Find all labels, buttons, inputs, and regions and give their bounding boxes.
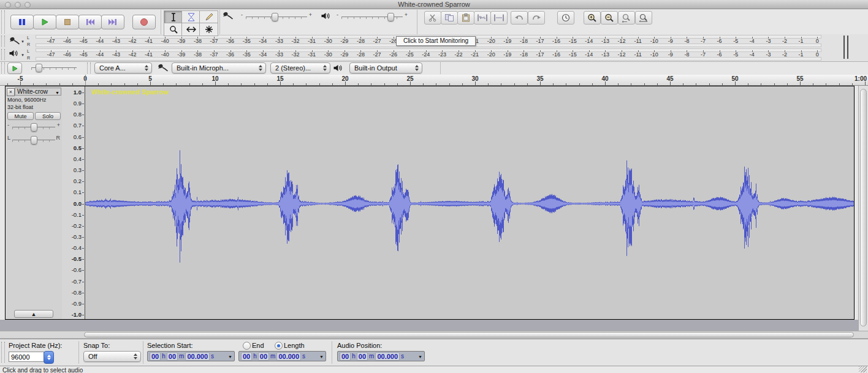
window-zoom-button[interactable] bbox=[25, 2, 31, 8]
timefield-dropdown-arrow-icon[interactable]: ▼ bbox=[228, 355, 232, 359]
meter-grabber[interactable] bbox=[1, 49, 5, 60]
sync-lock-button[interactable] bbox=[557, 11, 574, 24]
track-gain-slider[interactable]: - + bbox=[7, 122, 61, 132]
amplitude-tick bbox=[82, 104, 84, 104]
device-toolbar-grabber[interactable] bbox=[87, 62, 91, 73]
horizontal-scrollbar[interactable] bbox=[0, 331, 868, 339]
vertical-scrollbar-thumb[interactable] bbox=[860, 89, 867, 326]
amplitude-tick bbox=[82, 126, 84, 126]
project-rate-stepper[interactable] bbox=[44, 351, 54, 364]
timeline-tick bbox=[514, 83, 515, 85]
timeline-ruler[interactable]: -505101520253035404550551:00 bbox=[0, 75, 868, 86]
track-pan-thumb[interactable] bbox=[31, 136, 37, 145]
mute-button[interactable]: Mute bbox=[7, 112, 34, 120]
stop-button[interactable] bbox=[56, 15, 79, 29]
time-digit[interactable]: 00 bbox=[150, 352, 161, 361]
window-resize-grip[interactable] bbox=[859, 366, 867, 372]
project-rate-input[interactable] bbox=[9, 352, 44, 362]
timeline-tick bbox=[371, 83, 371, 85]
zoom-in-button[interactable] bbox=[584, 11, 601, 24]
timefield-dropdown-arrow-icon[interactable]: ▼ bbox=[418, 355, 422, 359]
end-radio[interactable] bbox=[243, 342, 251, 350]
playback-speed-slider[interactable] bbox=[26, 62, 82, 72]
fit-project-button[interactable] bbox=[635, 11, 652, 24]
multi-tool-tool-button[interactable] bbox=[199, 23, 218, 36]
skip-to-start-button[interactable] bbox=[78, 15, 102, 29]
amplitude-tick bbox=[82, 315, 84, 315]
meter-grabber[interactable] bbox=[1, 36, 5, 47]
end-radio-label[interactable]: End bbox=[252, 342, 264, 349]
time-digit[interactable]: 00 bbox=[357, 352, 368, 361]
solo-button[interactable]: Solo bbox=[35, 112, 61, 120]
record-button[interactable] bbox=[132, 15, 156, 29]
time-digit[interactable]: 00 bbox=[167, 352, 178, 361]
selection-toolbar-grabber[interactable] bbox=[1, 342, 5, 363]
envelope-tool-button[interactable] bbox=[181, 10, 200, 24]
pause-button[interactable] bbox=[10, 15, 34, 29]
zoom-out-button[interactable] bbox=[601, 11, 618, 24]
timeline-tick bbox=[618, 83, 619, 85]
time-digit[interactable]: 00 bbox=[258, 352, 269, 361]
track-name-menu[interactable]: White-crow ▼ bbox=[15, 88, 61, 96]
input-volume-slider[interactable]: - + bbox=[240, 12, 313, 21]
cut-button[interactable] bbox=[424, 11, 441, 24]
play-at-speed-button[interactable] bbox=[7, 62, 22, 74]
length-radio[interactable] bbox=[275, 342, 283, 350]
silence-button[interactable] bbox=[490, 11, 508, 24]
meter-dropdown-arrow-icon[interactable]: ▼ bbox=[21, 40, 25, 43]
horizontal-scrollbar-thumb[interactable] bbox=[84, 332, 854, 337]
play-button[interactable] bbox=[33, 15, 56, 29]
meter-scale-number: -33 bbox=[275, 52, 283, 58]
selection-start-field[interactable]: 00h00m00.000s▼ bbox=[147, 351, 235, 361]
input-volume-thumb[interactable] bbox=[272, 13, 278, 21]
selection-length-field[interactable]: 00h00m00.000s▼ bbox=[238, 351, 326, 361]
zoom-tool-button[interactable] bbox=[164, 23, 183, 36]
playback-meter[interactable]: ▼LR-47-46-45-44-43-42-41-40-39-38-37-36-… bbox=[0, 48, 868, 62]
time-digit[interactable]: 00.000 bbox=[185, 352, 210, 361]
meter-dropdown-arrow-icon[interactable]: ▼ bbox=[21, 53, 25, 57]
trim-button[interactable] bbox=[474, 11, 491, 24]
window-close-button[interactable] bbox=[5, 2, 11, 8]
time-digit[interactable]: 00.000 bbox=[375, 352, 400, 361]
microphone-icon bbox=[157, 63, 169, 73]
vertical-amplitude-ruler[interactable]: 1.00.90.80.70.60.50.40.30.20.10.0-0.1-0.… bbox=[62, 86, 85, 319]
playback-speed-thumb[interactable] bbox=[36, 64, 42, 72]
waveform-canvas[interactable] bbox=[85, 86, 854, 319]
track-pan-slider[interactable]: L R bbox=[7, 135, 61, 145]
undo-button[interactable] bbox=[511, 11, 528, 24]
snap-to-select[interactable]: Off bbox=[83, 351, 141, 362]
meter-scale-number: -14 bbox=[585, 39, 593, 44]
skip-to-end-button[interactable] bbox=[101, 15, 124, 29]
transport-toolbar-grabber[interactable] bbox=[1, 10, 5, 34]
time-digit[interactable]: 00 bbox=[241, 352, 252, 361]
transcription-toolbar-grabber[interactable] bbox=[1, 62, 5, 73]
copy-button[interactable] bbox=[441, 11, 458, 24]
track-close-button[interactable]: × bbox=[7, 88, 15, 96]
meter-scale-number: -4 bbox=[750, 52, 755, 58]
audio-host-select[interactable]: Core A... bbox=[94, 62, 152, 73]
audio-position-field[interactable]: 00h00m00.000s▼ bbox=[337, 351, 425, 361]
recording-channels-select[interactable]: 2 (Stereo)... bbox=[270, 62, 330, 73]
output-volume-slider[interactable]: - + bbox=[336, 12, 408, 21]
time-digit[interactable]: 00.000 bbox=[276, 352, 301, 361]
meter-resize-handle[interactable] bbox=[843, 36, 845, 59]
track-collapse-button[interactable]: ▲ bbox=[14, 310, 53, 318]
length-radio-label[interactable]: Length bbox=[284, 342, 305, 349]
recording-device-select[interactable]: Built-in Microph... bbox=[172, 62, 266, 73]
window-minimize-button[interactable] bbox=[15, 2, 21, 8]
redo-button[interactable] bbox=[528, 11, 545, 24]
playback-device-select[interactable]: Built-in Output bbox=[349, 62, 422, 73]
meter-resize-handle[interactable] bbox=[847, 36, 848, 59]
time-digit[interactable]: 00 bbox=[340, 352, 351, 361]
paste-button[interactable] bbox=[457, 11, 474, 24]
time-shift-tool-button[interactable] bbox=[181, 23, 200, 36]
fit-selection-button[interactable] bbox=[618, 11, 635, 24]
status-message: Click and drag to select audio bbox=[2, 367, 83, 373]
slider-minus-label: - bbox=[241, 12, 243, 18]
selection-tool-button[interactable] bbox=[164, 10, 183, 24]
vertical-scrollbar[interactable] bbox=[858, 86, 868, 331]
track-gain-thumb[interactable] bbox=[31, 123, 37, 132]
timefield-dropdown-arrow-icon[interactable]: ▼ bbox=[319, 355, 324, 359]
output-volume-thumb[interactable] bbox=[387, 13, 394, 21]
draw-tool-button[interactable] bbox=[199, 10, 218, 24]
